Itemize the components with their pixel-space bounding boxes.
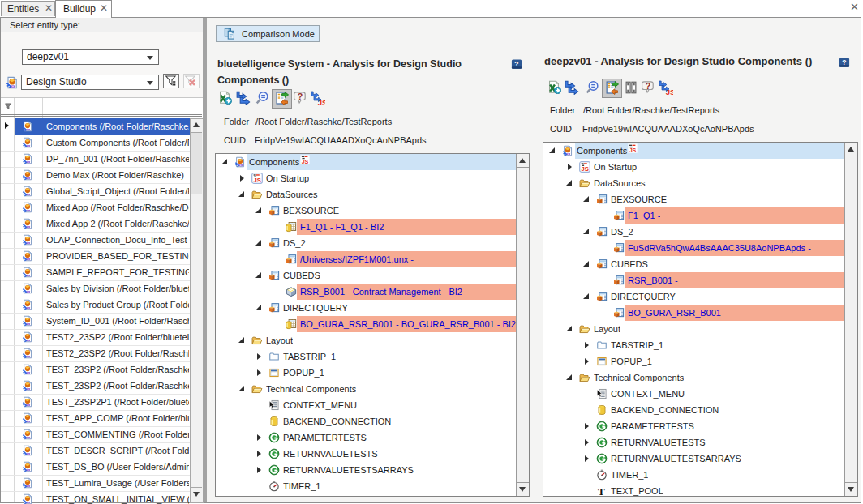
svg-text:JS: JS: [581, 165, 588, 173]
svg-text:?: ?: [646, 81, 650, 91]
svg-text:JS: JS: [302, 159, 309, 164]
svg-text:JS: JS: [253, 177, 260, 184]
svg-text:JS: JS: [629, 147, 637, 153]
svg-text:?: ?: [514, 60, 518, 68]
svg-text:JS: JS: [318, 98, 325, 105]
svg-text:?: ?: [298, 92, 303, 101]
svg-text:JS: JS: [666, 88, 673, 95]
svg-text:?: ?: [842, 58, 846, 66]
svg-text:T: T: [598, 485, 605, 497]
